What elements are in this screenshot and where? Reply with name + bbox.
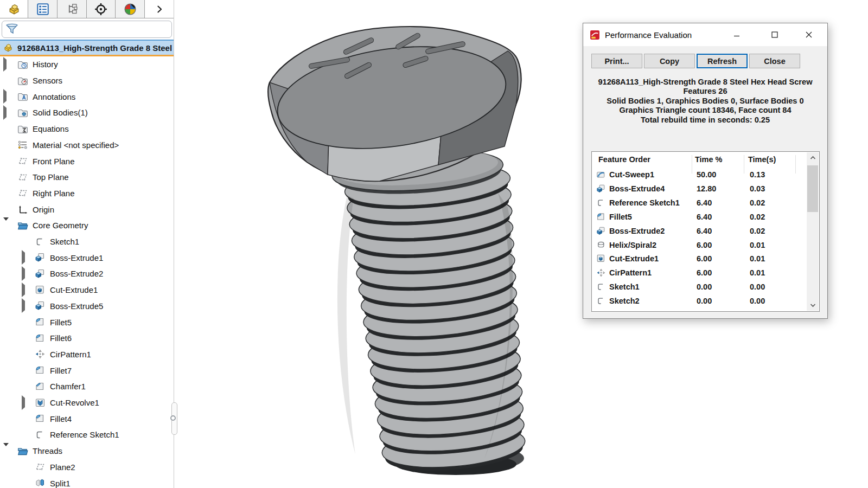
- expand-arrow-icon[interactable]: [22, 269, 25, 279]
- close-window-button[interactable]: [797, 26, 821, 43]
- tab-overflow-button[interactable]: [145, 0, 174, 18]
- sketch-icon: [35, 429, 46, 440]
- tree-item-material[interactable]: Material <not specified>: [0, 137, 174, 153]
- tree-item-sketch1[interactable]: Sketch1: [0, 234, 174, 250]
- table-row[interactable]: Sketch1 0.00 0.00: [592, 280, 806, 294]
- splitter-dot-icon: [170, 415, 176, 421]
- tree-item-cut-extrude1[interactable]: Cut-Extrude1: [0, 282, 174, 298]
- table-row[interactable]: Fillet5 6.40 0.02: [592, 210, 806, 224]
- tree-item-boss-extrude2[interactable]: Boss-Extrude2: [0, 266, 174, 282]
- tree-item-boss-extrude1[interactable]: Boss-Extrude1: [0, 249, 174, 266]
- expand-arrow-icon[interactable]: [3, 108, 7, 118]
- tree-item-boss-extrude5[interactable]: Boss-Extrude5: [0, 298, 174, 314]
- dialog-titlebar[interactable]: Performance Evaluation: [583, 23, 827, 46]
- summary-bodies: Solid Bodies 1, Graphics Bodies 0, Surfa…: [583, 97, 827, 106]
- display-manager-icon: [123, 2, 137, 16]
- scrollbar-thumb[interactable]: [807, 165, 818, 212]
- column-time-pct[interactable]: Time %: [695, 155, 723, 164]
- fillet-icon: [35, 317, 46, 328]
- circular-pattern-icon: [596, 268, 606, 278]
- dialog-title: Performance Evaluation: [605, 30, 692, 40]
- tab-display-manager[interactable]: [116, 0, 145, 18]
- column-feature-order[interactable]: Feature Order: [598, 155, 650, 164]
- annotations-folder-icon: [17, 91, 28, 102]
- tree-item-fillet4[interactable]: Fillet4: [0, 410, 174, 427]
- table-row[interactable]: Boss-Extrude2 6.40 0.02: [592, 224, 806, 239]
- tree-item-chamfer1[interactable]: Chamfer1: [0, 378, 174, 395]
- sketch-icon: [596, 198, 606, 208]
- part-name-label: 91268A113_High-Strength Grade 8 Steel He…: [17, 43, 174, 53]
- tree-item-top-plane[interactable]: Top Plane: [0, 169, 174, 185]
- plane-icon: [17, 188, 28, 198]
- scroll-up-button[interactable]: [807, 152, 819, 163]
- equations-folder-icon: [17, 124, 28, 134]
- tree-item-history[interactable]: History: [0, 56, 174, 73]
- table-row[interactable]: Cut-Extrude1 6.00 0.01: [592, 252, 806, 266]
- fillet-icon: [35, 333, 46, 344]
- material-icon: [17, 139, 28, 150]
- collapse-arrow-icon[interactable]: [3, 221, 9, 230]
- expand-arrow-icon[interactable]: [22, 253, 25, 262]
- copy-button[interactable]: Copy: [644, 54, 695, 68]
- open-folder-icon: [17, 446, 28, 457]
- collapse-arrow-icon[interactable]: [3, 446, 9, 456]
- split-icon: [35, 478, 46, 488]
- plane-icon: [17, 156, 28, 166]
- tab-feature-manager[interactable]: [0, 0, 28, 18]
- tree-item-cirpattern1[interactable]: CirPattern1: [0, 346, 174, 363]
- boss-extrude-icon: [35, 252, 46, 263]
- expand-arrow-icon[interactable]: [22, 398, 25, 408]
- table-row[interactable]: Sketch2 0.00 0.00: [592, 294, 806, 309]
- table-row[interactable]: Boss-Extrude4 12.80 0.03: [592, 182, 806, 196]
- tab-dimxpert-manager[interactable]: [87, 0, 116, 18]
- tree-item-split1[interactable]: Split1: [0, 475, 174, 488]
- chevron-up-icon: [809, 155, 816, 160]
- tree-item-fillet7[interactable]: Fillet7: [0, 362, 174, 378]
- tree-item-equations[interactable]: Equations: [0, 121, 174, 137]
- tree-item-reference-sketch1[interactable]: Reference Sketch1: [0, 427, 174, 443]
- model-hex-screw[interactable]: [268, 27, 527, 476]
- tab-property-manager[interactable]: [28, 0, 58, 18]
- table-row[interactable]: Cut-Sweep1 50.00 0.13: [592, 168, 806, 182]
- fillet-icon: [35, 413, 46, 424]
- tree-item-core-geometry[interactable]: Core Geometry: [0, 217, 174, 234]
- boss-extrude-icon: [35, 268, 46, 279]
- scroll-down-button[interactable]: [807, 300, 819, 311]
- tree-item-fillet5[interactable]: Fillet5: [0, 314, 174, 330]
- maximize-button[interactable]: [763, 26, 787, 43]
- tree-item-right-plane[interactable]: Right Plane: [0, 185, 174, 202]
- table-row[interactable]: Reference Sketch1 6.40 0.02: [592, 196, 806, 210]
- column-time-s[interactable]: Time(s): [748, 155, 776, 164]
- tree-item-part-root[interactable]: 91268A113_High-Strength Grade 8 Steel He…: [0, 40, 174, 55]
- expand-arrow-icon[interactable]: [3, 92, 7, 101]
- tree-item-fillet6[interactable]: Fillet6: [0, 330, 174, 346]
- close-button[interactable]: Close: [749, 54, 800, 68]
- filter-funnel-icon: [5, 23, 18, 36]
- tree-filter[interactable]: [2, 21, 172, 38]
- tree-item-cut-revolve1[interactable]: Cut-Revolve1: [0, 395, 174, 411]
- panel-splitter-handle[interactable]: [171, 402, 177, 435]
- expand-arrow-icon[interactable]: [22, 285, 25, 295]
- chevron-right-icon: [155, 4, 164, 14]
- tree-item-annotations[interactable]: Annotations: [0, 88, 174, 105]
- tree-item-front-plane[interactable]: Front Plane: [0, 153, 174, 169]
- expand-arrow-icon[interactable]: [22, 301, 25, 311]
- tree-item-origin[interactable]: Origin: [0, 201, 174, 217]
- summary-part-name: 91268A113_High-Strength Grade 8 Steel He…: [583, 78, 827, 87]
- table-scrollbar[interactable]: [807, 152, 819, 311]
- minimize-button[interactable]: [725, 26, 749, 43]
- tab-configuration-manager[interactable]: [58, 0, 87, 18]
- refresh-button[interactable]: Refresh: [697, 54, 748, 68]
- table-row[interactable]: CirPattern1 6.00 0.01: [592, 266, 806, 280]
- table-row[interactable]: Helix/Spiral2 6.00 0.01: [592, 239, 806, 253]
- print-button[interactable]: Print...: [591, 54, 642, 68]
- tree-item-solid-bodies[interactable]: Solid Bodies(1): [0, 105, 174, 121]
- tree-item-threads[interactable]: Threads: [0, 443, 174, 459]
- summary-rebuild-time: Total rebuild time in seconds: 0.25: [583, 115, 827, 125]
- part-icon: [3, 42, 14, 53]
- performance-evaluation-dialog: Performance Evaluation Print... Copy Ref…: [583, 23, 828, 319]
- expand-arrow-icon[interactable]: [3, 60, 7, 69]
- tree-item-sensors[interactable]: Sensors: [0, 73, 174, 89]
- tree-item-plane2[interactable]: Plane2: [0, 459, 174, 476]
- cut-revolve-icon: [35, 397, 46, 408]
